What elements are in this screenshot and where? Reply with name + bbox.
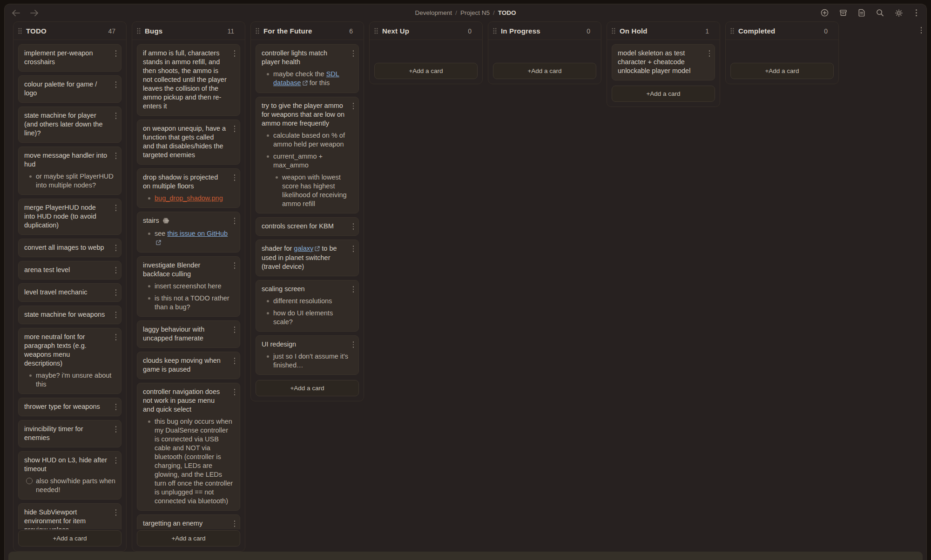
column-menu-button[interactable] bbox=[919, 26, 924, 35]
card[interactable]: laggy behaviour with uncapped framerate bbox=[137, 320, 240, 348]
card[interactable]: arena test level bbox=[18, 261, 121, 280]
card-menu-button[interactable] bbox=[232, 387, 237, 397]
card[interactable]: move message handler into hudor maybe sp… bbox=[18, 147, 121, 195]
card-menu-button[interactable] bbox=[351, 101, 356, 111]
card-menu-button[interactable] bbox=[232, 356, 237, 366]
sub-item-text: weapon with lowest score has highest lik… bbox=[282, 173, 353, 208]
breadcrumb-item[interactable]: TODO bbox=[498, 9, 516, 16]
card[interactable]: merge PlayerHUD node into HUD node (to a… bbox=[18, 199, 121, 235]
card[interactable]: controller lights match player healthmay… bbox=[256, 44, 359, 93]
card-menu-button[interactable] bbox=[114, 151, 119, 160]
card[interactable]: model skeleton as test character + cheat… bbox=[612, 44, 715, 80]
card-menu-button[interactable] bbox=[232, 261, 237, 270]
card-menu-button[interactable] bbox=[114, 402, 119, 412]
card[interactable]: state machine for player (and others lat… bbox=[18, 107, 121, 143]
drag-handle-icon[interactable] bbox=[137, 28, 141, 34]
archive-icon[interactable] bbox=[839, 9, 847, 17]
breadcrumb-item[interactable]: Project N5 bbox=[460, 9, 490, 16]
drag-handle-icon[interactable] bbox=[612, 28, 615, 34]
text-segment: on weapon unequip, have a function that … bbox=[143, 125, 226, 159]
card[interactable]: try to give the player ammo for weapons … bbox=[256, 97, 359, 213]
drag-handle-icon[interactable] bbox=[18, 28, 22, 34]
card-menu-button[interactable] bbox=[232, 173, 237, 182]
back-arrow-icon[interactable] bbox=[12, 10, 20, 16]
search-icon[interactable] bbox=[876, 9, 884, 17]
breadcrumb-item[interactable]: Development bbox=[415, 9, 452, 16]
card[interactable]: implement per-weapon crosshairs bbox=[18, 44, 121, 72]
add-icon[interactable] bbox=[821, 9, 829, 17]
card[interactable]: convert all images to webp bbox=[18, 239, 121, 257]
card[interactable]: level travel mechanic bbox=[18, 283, 121, 302]
more-icon[interactable] bbox=[914, 8, 919, 18]
card[interactable]: controller navigation does not work in p… bbox=[137, 383, 240, 511]
link[interactable]: bug_drop_shadow.png bbox=[155, 194, 223, 202]
card[interactable]: more neutral font for paragraph texts (e… bbox=[18, 328, 121, 394]
card[interactable]: colour palette for game / logo bbox=[18, 75, 121, 103]
card-menu-button[interactable] bbox=[114, 288, 119, 297]
card-sub-item: see this issue on GitHub bbox=[143, 229, 234, 247]
card[interactable]: thrower type for weapons bbox=[18, 398, 121, 416]
card[interactable]: targetting an enemy through a wall shoul… bbox=[137, 514, 240, 529]
card-menu-button[interactable] bbox=[114, 243, 119, 253]
card-menu-button[interactable] bbox=[114, 49, 119, 58]
card-title: controller navigation does not work in p… bbox=[143, 387, 234, 414]
card-menu-button[interactable] bbox=[351, 285, 356, 294]
card[interactable]: on weapon unequip, have a function that … bbox=[137, 120, 240, 165]
card-menu-button[interactable] bbox=[707, 49, 712, 58]
add-card-button[interactable]: +Add a card bbox=[18, 530, 121, 547]
column-next-up: Next Up0+Add a card bbox=[369, 21, 483, 84]
card[interactable]: stairs see this issue on GitHub bbox=[137, 212, 240, 253]
card[interactable]: clouds keep moving when game is paused bbox=[137, 352, 240, 379]
card[interactable]: invincibility timer for enemies bbox=[18, 420, 121, 447]
card-menu-button[interactable] bbox=[114, 80, 119, 89]
card-menu-button[interactable] bbox=[351, 340, 356, 349]
card[interactable]: hide SubViewport environment for item pr… bbox=[18, 503, 121, 529]
drag-handle-icon[interactable] bbox=[374, 28, 378, 34]
text-segment: controller navigation does not work in p… bbox=[143, 388, 220, 413]
link[interactable]: this issue on GitHub bbox=[167, 230, 228, 237]
card[interactable]: investigate Blender backface cullinginse… bbox=[137, 256, 240, 317]
card-menu-button[interactable] bbox=[114, 508, 119, 517]
card-menu-button[interactable] bbox=[114, 425, 119, 434]
add-card-button[interactable]: +Add a card bbox=[137, 530, 240, 547]
card-menu-button[interactable] bbox=[232, 124, 237, 133]
card[interactable]: UI redesignjust so I don't assume it's f… bbox=[256, 335, 359, 375]
card-menu-button[interactable] bbox=[232, 216, 237, 226]
card-menu-button[interactable] bbox=[351, 49, 356, 58]
card[interactable]: controls screen for KBM bbox=[256, 217, 359, 236]
drag-handle-icon[interactable] bbox=[256, 28, 259, 34]
card-title: convert all images to webp bbox=[24, 243, 115, 252]
add-card-button[interactable]: +Add a card bbox=[612, 86, 715, 102]
text-segment: colour palette for game / logo bbox=[24, 80, 97, 97]
link[interactable]: galaxy bbox=[294, 245, 313, 252]
card-menu-button[interactable] bbox=[114, 456, 119, 465]
card-menu-button[interactable] bbox=[232, 325, 237, 334]
card[interactable]: show HUD on L3, hide after timeoutalso s… bbox=[18, 451, 121, 500]
card[interactable]: drop shadow is projected on multiple flo… bbox=[137, 168, 240, 208]
document-icon[interactable] bbox=[858, 9, 865, 17]
card-menu-button[interactable] bbox=[114, 310, 119, 320]
settings-icon[interactable] bbox=[895, 9, 903, 17]
card[interactable]: scaling screendifferent resolutionshow d… bbox=[256, 280, 359, 332]
card[interactable]: if ammo is full, characters stands in am… bbox=[137, 44, 240, 116]
add-card-button[interactable]: +Add a card bbox=[374, 63, 478, 79]
checkbox[interactable] bbox=[26, 478, 33, 484]
card-menu-button[interactable] bbox=[114, 203, 119, 213]
add-card-button[interactable]: +Add a card bbox=[493, 63, 596, 79]
card-title: controls screen for KBM bbox=[262, 222, 353, 231]
card-menu-button[interactable] bbox=[114, 333, 119, 342]
drag-handle-icon[interactable] bbox=[493, 28, 497, 34]
card[interactable]: shader for galaxy to be used in planet s… bbox=[256, 240, 359, 276]
card[interactable]: state machine for weapons bbox=[18, 306, 121, 324]
card-menu-button[interactable] bbox=[351, 222, 356, 231]
forward-arrow-icon[interactable] bbox=[30, 10, 38, 16]
card-menu-button[interactable] bbox=[114, 111, 119, 120]
horizontal-scrollbar[interactable] bbox=[8, 552, 923, 560]
drag-handle-icon[interactable] bbox=[730, 28, 734, 34]
card-menu-button[interactable] bbox=[232, 519, 237, 528]
add-card-button[interactable]: +Add a card bbox=[256, 380, 359, 396]
add-card-button[interactable]: +Add a card bbox=[730, 63, 834, 79]
card-menu-button[interactable] bbox=[232, 49, 237, 58]
card-menu-button[interactable] bbox=[351, 244, 356, 253]
card-menu-button[interactable] bbox=[114, 266, 119, 275]
